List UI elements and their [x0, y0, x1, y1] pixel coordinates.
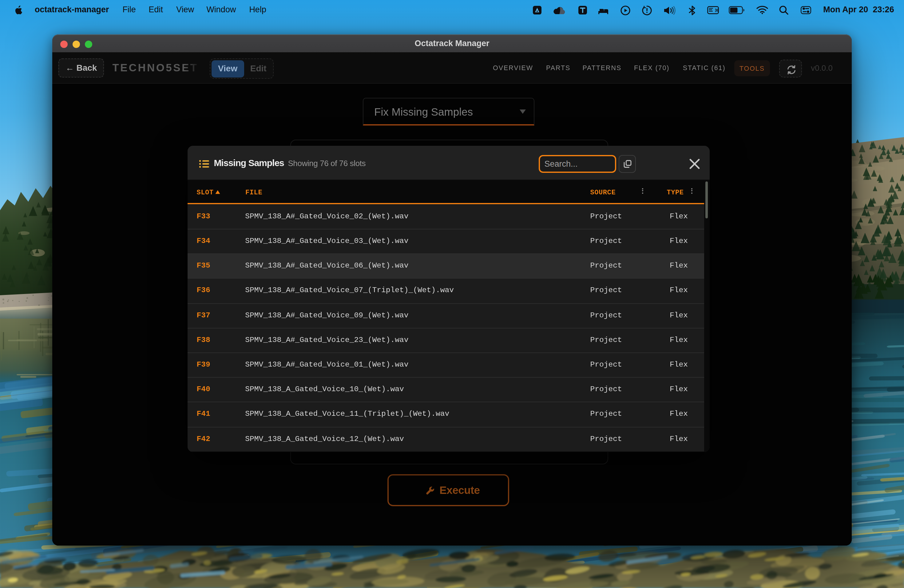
svg-text:⌘: ⌘	[714, 8, 719, 13]
